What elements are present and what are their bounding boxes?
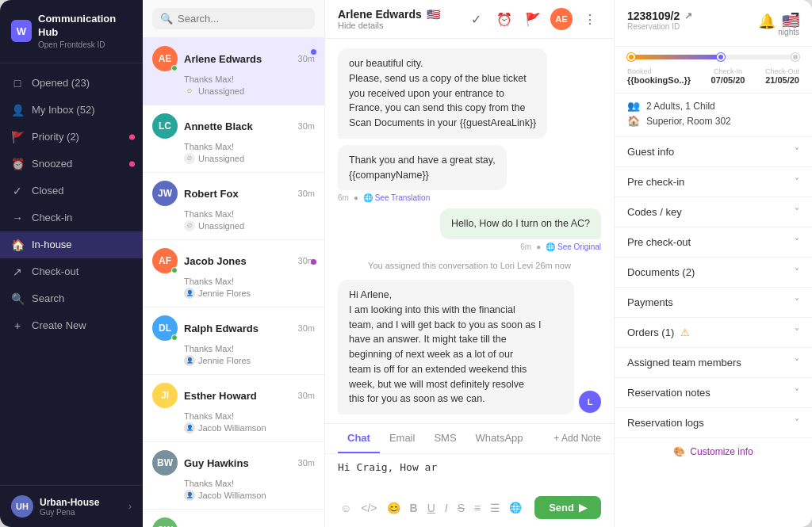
team-members-accordion-header[interactable]: Assigned team members ˅ xyxy=(615,348,812,377)
assignee-name: Jacob Williamson xyxy=(198,423,266,433)
sidebar-item-checkin[interactable]: → Check-in xyxy=(0,204,143,231)
conv-time: 30m xyxy=(298,458,315,468)
sidebar-item-in-house[interactable]: 🏠 In-house xyxy=(0,231,143,258)
conv-item-header: AE Arlene Edwards 30m xyxy=(152,46,315,71)
documents-label: Documents (2) xyxy=(627,266,695,278)
sidebar-item-checkout[interactable]: ↗ Check-out xyxy=(0,258,143,285)
codes-key-accordion-header[interactable]: Codes / key ˅ xyxy=(615,197,812,227)
strikethrough-button[interactable]: S xyxy=(455,500,467,516)
tab-sms[interactable]: SMS xyxy=(424,424,465,453)
chat-toolbar: ☺ </> 😊 B U I S ≡ ☰ 🌐 Send ▶ xyxy=(338,496,601,519)
search-icon: 🔍 xyxy=(160,13,173,25)
reservation-notes-accordion-header[interactable]: Reservation notes ˅ xyxy=(615,378,812,407)
message-meta: 6m ● 🌐 See Translation xyxy=(338,193,430,202)
more-actions-button[interactable]: ⋮ xyxy=(579,8,601,30)
hide-details-link[interactable]: Hide details xyxy=(338,21,457,30)
sidebar-item-opened[interactable]: □ Opened (23) xyxy=(0,70,143,97)
orders-accordion-header[interactable]: Orders (1) ⚠ ˅ xyxy=(615,318,812,347)
send-icon: ▶ xyxy=(579,502,587,514)
conv-contact-name: Guy Hawkins xyxy=(184,457,292,469)
reservation-logs-accordion-header[interactable]: Reservation logs ˅ xyxy=(615,408,812,437)
chevron-down-icon: ˅ xyxy=(795,147,799,158)
conv-avatar: AF xyxy=(152,248,178,273)
payments-accordion-header[interactable]: Payments ˅ xyxy=(615,288,812,317)
code-button[interactable]: </> xyxy=(358,500,379,516)
search-input[interactable] xyxy=(178,13,307,25)
accordion-reservation-notes: Reservation notes ˅ xyxy=(615,378,812,408)
sidebar-item-label: Opened (23) xyxy=(32,77,90,89)
assignee-avatar: 👤 xyxy=(184,490,195,501)
documents-accordion-header[interactable]: Documents (2) ˅ xyxy=(615,258,812,287)
codes-key-label: Codes / key xyxy=(627,206,682,218)
conversation-item[interactable]: AF Jacob Jones 30m Thanks Max! 👤 Jennie … xyxy=(143,240,324,307)
translate-link[interactable]: 🌐 See Translation xyxy=(363,193,430,202)
closed-icon: ✓ xyxy=(11,185,24,197)
conversation-item[interactable]: AE Arlene Edwards 30m Thanks Max! ∅ Unas… xyxy=(143,38,324,105)
conv-preview: Thanks Max! xyxy=(152,344,315,353)
customize-info-button[interactable]: 🎨 Customize info xyxy=(627,446,799,457)
chat-main: Arlene Edwards 🇺🇸 Hide details ✓ ⏰ 🚩 AE … xyxy=(325,0,614,527)
tab-chat[interactable]: Chat xyxy=(338,424,380,453)
pre-checkout-accordion-header[interactable]: Pre check-out ˅ xyxy=(615,227,812,257)
attachment-button[interactable]: 😊 xyxy=(385,500,403,516)
sidebar-item-label: Check-out xyxy=(32,265,79,277)
sidebar-item-search[interactable]: 🔍 Search xyxy=(0,285,143,312)
add-note-button[interactable]: + Add Note xyxy=(553,426,601,450)
message-row: Hello, How do I turn on the AC? 6m ● 🌐 S… xyxy=(338,208,601,251)
app-logo: W xyxy=(11,20,32,42)
sidebar-item-priority[interactable]: 🚩 Priority (2) xyxy=(0,124,143,151)
underline-button[interactable]: U xyxy=(425,500,438,516)
sidebar-item-closed[interactable]: ✓ Closed xyxy=(0,178,143,204)
conv-contact-name: Arlene Edwards xyxy=(184,53,292,65)
conv-assignee: ∅ Unassigned xyxy=(152,86,315,97)
agent-avatar-msg: L xyxy=(579,391,601,413)
external-link-icon[interactable]: ↗ xyxy=(684,10,692,21)
sidebar-item-snoozed[interactable]: ⏰ Snoozed xyxy=(0,151,143,178)
room-row: 🏠 Superior, Room 302 xyxy=(627,115,799,127)
language-flag-icon[interactable]: 🇺🇸 xyxy=(782,13,799,30)
sidebar-footer[interactable]: UH Urban-House Guy Pena › xyxy=(0,485,143,527)
bold-button[interactable]: B xyxy=(408,500,420,516)
assignee-avatar: 👤 xyxy=(184,422,195,433)
sidebar-item-my-inbox[interactable]: 👤 My Inbox (52) xyxy=(0,97,143,124)
conversation-item[interactable]: DL Ralph Edwards 30m Thanks Max! 👤 Jenni… xyxy=(143,307,324,375)
conversation-item[interactable]: LC Annette Black 30m Thanks Max! ∅ Unass… xyxy=(143,105,324,173)
unassigned-icon: ∅ xyxy=(184,220,195,231)
tab-email[interactable]: Email xyxy=(380,424,425,453)
list2-button[interactable]: ☰ xyxy=(488,500,503,516)
emoji-button[interactable]: ☺ xyxy=(338,500,354,516)
guest-info-label: Guest info xyxy=(627,146,674,158)
online-indicator xyxy=(171,334,178,341)
conv-avatar: DL xyxy=(152,315,178,341)
chat-input[interactable]: Hi Craig, How ar xyxy=(338,460,601,489)
conversation-items: AE Arlene Edwards 30m Thanks Max! ∅ Unas… xyxy=(143,38,324,527)
see-original-link[interactable]: 🌐 See Original xyxy=(546,242,601,251)
conv-item-header: DL Ralph Edwards 30m xyxy=(152,315,315,341)
pre-checkin-accordion-header[interactable]: Pre check-in ˅ xyxy=(615,167,812,197)
chevron-down-icon: ˅ xyxy=(795,418,799,429)
translate-button[interactable]: 🌐 xyxy=(509,502,522,514)
tab-whatsapp[interactable]: WhatsApp xyxy=(466,424,533,453)
conversation-item[interactable]: CW Jane Cooper 30m Thanks Max! 👤 Jacob W… xyxy=(143,510,324,527)
sidebar-nav: □ Opened (23) 👤 My Inbox (52) 🚩 Priority… xyxy=(0,63,143,485)
check-action-button[interactable]: ✓ xyxy=(465,8,487,30)
app-subtitle: Open Frontdesk ID xyxy=(38,40,132,50)
list-button[interactable]: ≡ xyxy=(472,500,483,516)
send-button[interactable]: Send ▶ xyxy=(534,496,601,519)
conversation-item[interactable]: JI Esther Howard 30m Thanks Max! 👤 Jacob… xyxy=(143,375,324,442)
flag-action-button[interactable]: 🚩 xyxy=(522,8,544,30)
notification-bell-icon[interactable]: 🔔 xyxy=(758,13,776,30)
message-row: our beautiful city. Please, send us a co… xyxy=(338,48,601,139)
conversation-item[interactable]: JW Robert Fox 30m Thanks Max! ∅ Unassign… xyxy=(143,173,324,240)
snooze-action-button[interactable]: ⏰ xyxy=(493,8,515,30)
conv-assignee: 👤 Jacob Williamson xyxy=(152,490,315,501)
conversation-item[interactable]: BW Guy Hawkins 30m Thanks Max! 👤 Jacob W… xyxy=(143,442,324,510)
opened-icon: □ xyxy=(11,77,24,90)
italic-button[interactable]: I xyxy=(442,500,450,516)
conv-assignee: ∅ Unassigned xyxy=(152,220,315,231)
conv-avatar: JI xyxy=(152,383,178,408)
guest-info-accordion-header[interactable]: Guest info ˅ xyxy=(615,137,812,166)
chat-contact-name: Arlene Edwards 🇺🇸 xyxy=(338,8,457,21)
sidebar-item-create-new[interactable]: + Create New xyxy=(0,312,143,339)
right-panel: 1238109/2 ↗ Reservation ID 7 nights Book… xyxy=(614,0,812,527)
